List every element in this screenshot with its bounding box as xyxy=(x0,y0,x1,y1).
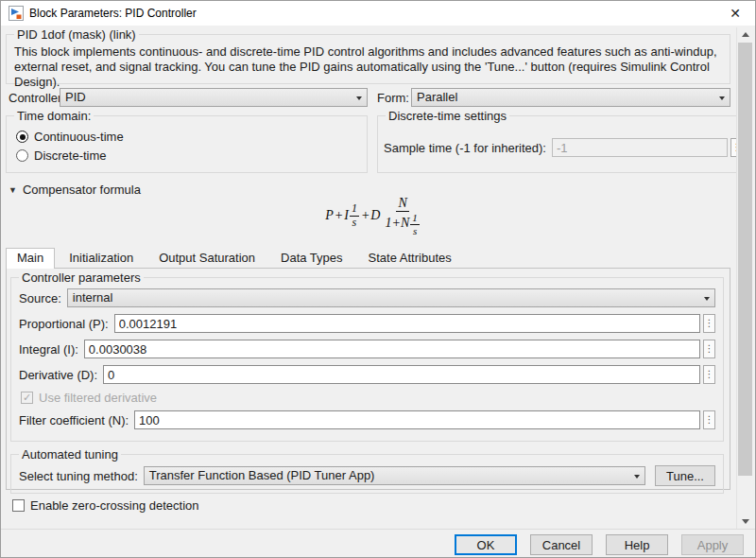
vertical-scrollbar[interactable] xyxy=(736,27,752,529)
controller-dropdown[interactable]: PID xyxy=(60,88,368,107)
formula-I: I xyxy=(344,208,349,222)
radio-unselected-icon xyxy=(16,149,28,162)
source-value: internal xyxy=(73,290,113,305)
formula-P: P xyxy=(325,208,334,222)
time-domain-legend: Time domain: xyxy=(14,109,94,123)
sample-time-label: Sample time (-1 for inherited): xyxy=(384,141,546,155)
integral-row: Integral (I): ⋮ xyxy=(19,340,715,358)
mask-legend: PID 1dof (mask) (link) xyxy=(14,27,139,42)
filter-coefficient-label: Filter coefficient (N): xyxy=(19,413,129,427)
window-title: Block Parameters: PID Controller xyxy=(29,7,197,20)
discrete-time-label: Discrete-time xyxy=(34,148,107,163)
formula-D: D xyxy=(370,208,380,222)
integral-menu-icon[interactable]: ⋮ xyxy=(703,340,715,358)
discrete-settings-legend: Discrete-time settings xyxy=(386,109,509,123)
filter-coefficient-row: Filter coefficient (N): ⋮ xyxy=(19,410,715,429)
chevron-down-icon xyxy=(634,475,640,479)
controller-value: PID xyxy=(65,90,86,104)
use-filtered-derivative-label: Use filtered derivative xyxy=(39,391,157,405)
tab-initialization[interactable]: Initialization xyxy=(58,248,145,268)
form-label: Form: xyxy=(377,91,409,105)
formula-plus: + xyxy=(361,208,369,222)
block-parameters-dialog: Block Parameters: PID Controller ✕ PID 1… xyxy=(0,0,756,558)
collapse-triangle-icon: ▼ xyxy=(9,185,17,195)
proportional-label: Proportional (P): xyxy=(19,317,109,331)
continuous-time-label: Continuous-time xyxy=(34,130,124,144)
help-button[interactable]: Help xyxy=(606,534,668,555)
controller-label: Controller: xyxy=(9,91,65,105)
integral-input[interactable] xyxy=(84,340,700,358)
filter-coefficient-menu-icon[interactable]: ⋮ xyxy=(703,410,715,429)
form-dropdown[interactable]: Parallel xyxy=(411,88,730,107)
controller-form-row: Controller: PID Form: Parallel xyxy=(9,88,730,109)
discrete-settings-group: Discrete-time settings Sample time (-1 f… xyxy=(377,109,749,173)
integral-label: Integral (I): xyxy=(19,342,78,357)
source-dropdown[interactable]: internal xyxy=(67,288,715,307)
radio-continuous-time[interactable]: Continuous-time xyxy=(16,130,361,144)
simulink-block-icon xyxy=(9,6,24,21)
tab-data-types[interactable]: Data Types xyxy=(269,248,354,268)
source-label: Source: xyxy=(19,291,61,305)
derivative-label: Derivative (D): xyxy=(19,368,97,382)
derivative-row: Derivative (D): ⋮ xyxy=(19,365,715,384)
form-value: Parallel xyxy=(417,90,457,104)
tuning-method-label: Select tuning method: xyxy=(19,469,138,483)
apply-button: Apply xyxy=(681,534,744,555)
mask-description-group: PID 1dof (mask) (link) This block implem… xyxy=(6,27,730,84)
scroll-down-icon[interactable] xyxy=(737,514,753,529)
sample-time-input xyxy=(552,138,728,157)
tune-button[interactable]: Tune... xyxy=(655,465,715,486)
cancel-button[interactable]: Cancel xyxy=(530,534,593,555)
close-icon[interactable]: ✕ xyxy=(725,4,746,23)
tuning-method-value: Transfer Function Based (PID Tuner App) xyxy=(149,468,375,482)
block-description: This block implements continuous- and di… xyxy=(12,44,719,91)
controller-parameters-legend: Controller parameters xyxy=(19,270,144,285)
automated-tuning-legend: Automated tuning xyxy=(19,447,121,462)
compensator-formula-toggle[interactable]: ▼ Compensator formula xyxy=(9,183,141,197)
scroll-up-icon[interactable] xyxy=(737,27,753,42)
use-filtered-derivative-checkbox: ✓ Use filtered derivative xyxy=(21,391,715,405)
tab-bar: Main Initialization Output Saturation Da… xyxy=(6,248,466,269)
main-tab-panel: Controller parameters Source: internal P… xyxy=(6,268,730,490)
checkbox-checked-icon: ✓ xyxy=(21,392,33,404)
ok-button[interactable]: OK xyxy=(455,534,517,555)
proportional-row: Proportional (P): ⋮ xyxy=(19,314,715,333)
chevron-down-icon xyxy=(704,297,710,301)
derivative-menu-icon[interactable]: ⋮ xyxy=(703,365,715,384)
tab-main[interactable]: Main xyxy=(6,248,55,269)
automated-tuning-group: Automated tuning Select tuning method: T… xyxy=(10,447,724,494)
time-domain-group: Time domain: Continuous-time Discrete-ti… xyxy=(6,109,368,173)
formula-plus: + xyxy=(335,208,343,222)
radio-discrete-time[interactable]: Discrete-time xyxy=(16,148,361,163)
tab-state-attributes[interactable]: State Attributes xyxy=(357,248,463,268)
scrollbar-thumb[interactable] xyxy=(738,43,752,476)
chevron-down-icon xyxy=(356,96,362,100)
radio-selected-icon xyxy=(16,131,28,143)
tab-output-saturation[interactable]: Output Saturation xyxy=(147,248,266,268)
proportional-input[interactable] xyxy=(114,314,700,333)
zero-crossing-checkbox[interactable]: Enable zero-crossing detection xyxy=(12,498,199,513)
filter-coefficient-input[interactable] xyxy=(134,410,700,429)
derivative-input[interactable] xyxy=(103,365,700,384)
chevron-down-icon xyxy=(719,96,725,100)
zero-crossing-label: Enable zero-crossing detection xyxy=(30,498,199,513)
source-row: Source: internal xyxy=(19,288,715,307)
formula-derivative-fraction: N1+N1s xyxy=(383,196,421,236)
controller-parameters-group: Controller parameters Source: internal P… xyxy=(10,270,724,442)
proportional-menu-icon[interactable]: ⋮ xyxy=(703,314,715,333)
compensator-formula-label: Compensator formula xyxy=(23,183,141,197)
title-bar: Block Parameters: PID Controller ✕ xyxy=(1,1,755,26)
formula-fraction-1s: 1s xyxy=(410,212,420,236)
tuning-method-dropdown[interactable]: Transfer Function Based (PID Tuner App) xyxy=(144,466,645,485)
footer-button-bar: OK Cancel Help Apply xyxy=(1,529,755,558)
compensator-formula: P+I1s+DN1+N1s xyxy=(1,196,747,236)
tuning-method-row: Select tuning method: Transfer Function … xyxy=(19,465,715,486)
formula-fraction-1s: 1s xyxy=(350,202,359,230)
checkbox-unchecked-icon xyxy=(12,499,25,512)
